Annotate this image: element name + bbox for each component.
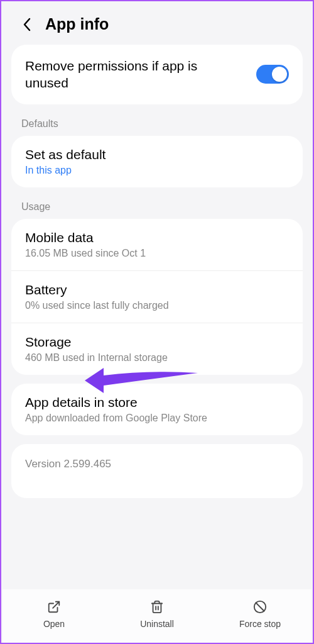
back-button[interactable]	[20, 18, 34, 31]
force-stop-label: Force stop	[239, 619, 281, 629]
mobile-data-title: Mobile data	[25, 230, 289, 245]
app-details-title: App details in store	[25, 395, 289, 410]
storage-subtitle: 460 MB used in Internal storage	[25, 352, 289, 364]
app-details-card: App details in store App downloaded from…	[11, 384, 303, 435]
open-icon	[46, 599, 62, 614]
set-default-title: Set as default	[25, 147, 289, 162]
set-as-default-item[interactable]: Set as default In this app	[11, 136, 303, 187]
usage-card: Mobile data 16.05 MB used since Oct 1 Ba…	[11, 219, 303, 375]
usage-section-label: Usage	[1, 196, 313, 219]
battery-subtitle: 0% used since last fully charged	[25, 300, 289, 311]
force-stop-button[interactable]: Force stop	[222, 599, 298, 629]
defaults-card: Set as default In this app	[11, 136, 303, 187]
remove-permissions-toggle[interactable]	[256, 65, 289, 84]
chevron-left-icon	[23, 18, 31, 31]
prohibit-icon	[252, 599, 268, 614]
bottom-nav: Open Uninstall Force stop	[3, 589, 311, 643]
app-details-subtitle: App downloaded from Google Play Store	[25, 413, 289, 424]
remove-permissions-label: Remove permissions if app is unused	[25, 57, 256, 92]
uninstall-button[interactable]: Uninstall	[119, 599, 195, 629]
open-label: Open	[43, 619, 65, 629]
remove-permissions-row[interactable]: Remove permissions if app is unused	[11, 45, 303, 104]
set-default-subtitle: In this app	[25, 165, 289, 176]
battery-item[interactable]: Battery 0% used since last fully charged	[11, 271, 303, 323]
uninstall-label: Uninstall	[140, 619, 174, 629]
header: App info	[1, 1, 313, 45]
toggle-knob	[272, 67, 287, 82]
mobile-data-subtitle: 16.05 MB used since Oct 1	[25, 248, 289, 259]
storage-item[interactable]: Storage 460 MB used in Internal storage	[11, 323, 303, 375]
defaults-section-label: Defaults	[1, 113, 313, 136]
version-card: Version 2.599.465	[11, 444, 303, 498]
app-details-item[interactable]: App details in store App downloaded from…	[11, 384, 303, 435]
mobile-data-item[interactable]: Mobile data 16.05 MB used since Oct 1	[11, 219, 303, 271]
storage-title: Storage	[25, 335, 289, 350]
version-text: Version 2.599.465	[25, 458, 289, 470]
svg-line-4	[256, 603, 264, 611]
svg-line-0	[53, 602, 59, 608]
open-button[interactable]: Open	[16, 599, 92, 629]
trash-icon	[149, 599, 165, 614]
battery-title: Battery	[25, 282, 289, 297]
permissions-card: Remove permissions if app is unused	[11, 45, 303, 104]
page-title: App info	[45, 15, 109, 33]
